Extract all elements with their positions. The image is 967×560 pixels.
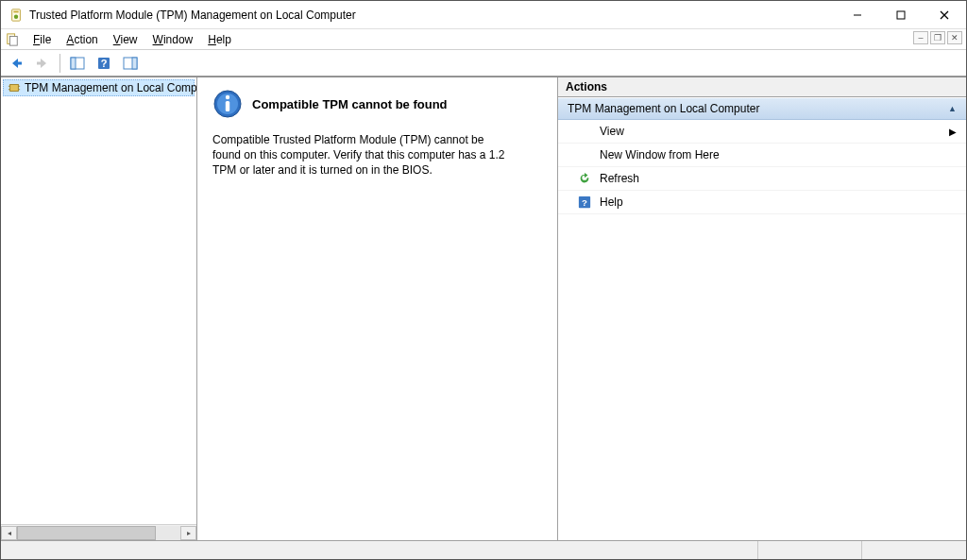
scroll-track[interactable] (17, 526, 180, 540)
actions-panel-title: Actions (558, 77, 966, 97)
actions-section-label: TPM Management on Local Computer (568, 102, 759, 115)
svg-text:?: ? (582, 197, 587, 208)
nav-back-button[interactable] (5, 52, 27, 75)
menu-window[interactable]: Window (145, 31, 201, 48)
tree-pane: TPM Management on Local Comp ◂ ▸ (1, 77, 197, 540)
collapse-arrow-icon: ▲ (948, 104, 957, 113)
window-controls (836, 1, 966, 28)
blank-icon (577, 147, 592, 162)
tree-node-tpm-management[interactable]: TPM Management on Local Comp (3, 79, 195, 96)
message-title: Compatible TPM cannot be found (252, 97, 448, 111)
menu-bar: File Action View Window Help – ❐ ✕ (1, 29, 966, 50)
submenu-arrow-icon: ▶ (949, 127, 957, 137)
title-bar: Trusted Platform Module (TPM) Management… (1, 1, 966, 29)
status-cell-3 (862, 541, 966, 559)
show-hide-action-button[interactable] (119, 52, 142, 75)
menu-file[interactable]: File (25, 31, 59, 48)
minimize-button[interactable] (836, 1, 879, 28)
svg-rect-12 (71, 58, 76, 69)
action-refresh[interactable]: Refresh (558, 167, 966, 191)
svg-rect-8 (9, 36, 17, 45)
svg-rect-1 (13, 10, 18, 12)
svg-rect-17 (10, 85, 19, 92)
help-icon: ? (577, 195, 592, 210)
svg-point-24 (226, 95, 229, 99)
svg-rect-9 (17, 61, 22, 64)
show-hide-tree-button[interactable] (66, 52, 89, 75)
actions-list: View ▶ New Window from Here Refresh ? He… (558, 120, 966, 540)
refresh-icon (577, 171, 592, 186)
main-area: TPM Management on Local Comp ◂ ▸ Compati… (1, 76, 966, 540)
message-body: Compatible Trusted Platform Module (TPM)… (212, 132, 515, 178)
scroll-right-arrow[interactable]: ▸ (180, 526, 196, 540)
status-cell-1 (1, 541, 758, 559)
close-button[interactable] (923, 1, 966, 28)
scroll-left-arrow[interactable]: ◂ (1, 526, 17, 540)
svg-rect-4 (897, 11, 905, 19)
console-icon (5, 32, 20, 47)
action-view[interactable]: View ▶ (558, 120, 966, 144)
action-label: New Window from Here (600, 148, 720, 161)
tree-body: TPM Management on Local Comp (1, 77, 196, 524)
action-label: Refresh (600, 172, 639, 185)
status-bar (1, 540, 966, 559)
maximize-button[interactable] (879, 1, 923, 28)
mdi-close-button[interactable]: ✕ (947, 31, 962, 44)
menu-help[interactable]: Help (200, 31, 239, 48)
app-icon (8, 8, 24, 23)
action-new-window[interactable]: New Window from Here (558, 144, 966, 167)
svg-rect-25 (226, 101, 229, 111)
help-toolbar-button[interactable]: ? (93, 52, 115, 75)
svg-text:?: ? (101, 58, 108, 69)
mdi-minimize-button[interactable]: – (913, 31, 928, 44)
action-help[interactable]: ? Help (558, 191, 966, 214)
info-icon (212, 89, 243, 119)
scroll-thumb[interactable] (17, 526, 156, 540)
tpm-chip-icon (8, 81, 21, 94)
tree-node-label: TPM Management on Local Comp (25, 81, 196, 94)
svg-point-2 (14, 14, 18, 18)
svg-rect-10 (37, 61, 42, 64)
blank-icon (577, 124, 592, 139)
tree-horizontal-scrollbar[interactable]: ◂ ▸ (1, 524, 196, 540)
toolbar-separator (59, 54, 60, 73)
menu-view[interactable]: View (106, 31, 145, 48)
window-title: Trusted Platform Module (TPM) Management… (29, 8, 836, 22)
nav-forward-button[interactable] (31, 52, 54, 75)
message-header: Compatible TPM cannot be found (212, 89, 542, 119)
mdi-restore-button[interactable]: ❐ (930, 31, 945, 44)
content-pane: Compatible TPM cannot be found Compatibl… (197, 77, 558, 540)
menu-action[interactable]: Action (59, 31, 105, 48)
toolbar: ? (1, 50, 966, 76)
action-label: Help (600, 195, 623, 209)
actions-section-heading[interactable]: TPM Management on Local Computer ▲ (558, 97, 966, 120)
status-cell-2 (758, 541, 862, 559)
action-label: View (600, 125, 624, 138)
svg-rect-16 (132, 58, 137, 69)
mdi-window-controls: – ❐ ✕ (913, 31, 962, 44)
actions-pane: Actions TPM Management on Local Computer… (558, 77, 966, 540)
